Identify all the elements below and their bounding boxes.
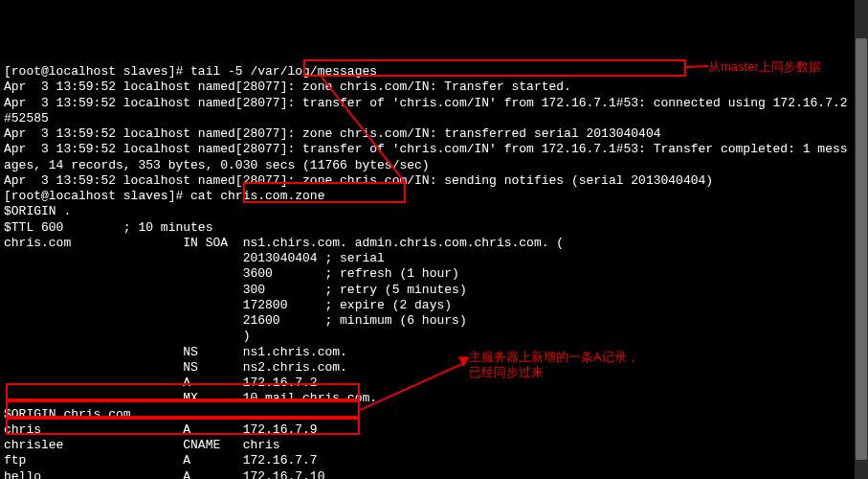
terminal-line: 172800 ; expire (2 days)	[4, 298, 864, 313]
terminal-line: ages, 14 records, 353 bytes, 0.030 secs …	[4, 158, 864, 173]
terminal-line: )	[4, 329, 864, 344]
terminal-line: Apr 3 13:59:52 localhost named[28077]: z…	[4, 126, 864, 142]
terminal-line: $ORIGIN chris.com.	[4, 407, 864, 422]
terminal-line: hello A 172.16.7.10	[4, 469, 864, 480]
terminal-line: NS ns2.chris.com.	[4, 360, 864, 376]
terminal-output: [root@localhost slaves]# tail -5 /var/lo…	[4, 64, 864, 479]
terminal-line: MX 10 mail.chris.com.	[4, 391, 864, 406]
terminal-line: Apr 3 13:59:52 localhost named[28077]: z…	[4, 173, 864, 189]
terminal-line: $ORIGIN .	[4, 204, 864, 219]
terminal-line: chris.com IN SOA ns1.chirs.com. admin.ch…	[4, 236, 864, 251]
terminal-line: [root@localhost slaves]# cat chris.com.z…	[4, 189, 864, 204]
terminal-line: 300 ; retry (5 minutes)	[4, 283, 864, 298]
terminal-line: A 172.16.7.2	[4, 376, 864, 391]
terminal-line: Apr 3 13:59:52 localhost named[28077]: z…	[4, 80, 864, 95]
terminal-line: $TTL 600 ; 10 minutes	[4, 220, 864, 236]
terminal-line: 2013040404 ; serial	[4, 251, 864, 266]
terminal-line: NS ns1.chris.com.	[4, 345, 864, 360]
terminal-line: 3600 ; refresh (1 hour)	[4, 266, 864, 282]
terminal-line: chrislee CNAME chris	[4, 438, 864, 453]
terminal-line: 21600 ; minimum (6 hours)	[4, 313, 864, 329]
scrollbar-thumb[interactable]	[856, 38, 867, 460]
terminal-line: Apr 3 13:59:52 localhost named[28077]: t…	[4, 96, 864, 111]
terminal-line: #52585	[4, 111, 864, 126]
terminal-line: Apr 3 13:59:52 localhost named[28077]: t…	[4, 142, 864, 157]
terminal-line: ftp A 172.16.7.7	[4, 453, 864, 468]
terminal-line: [root@localhost slaves]# tail -5 /var/lo…	[4, 64, 864, 80]
terminal-line: chris A 172.16.7.9	[4, 422, 864, 438]
scrollbar-track[interactable]	[855, 0, 868, 479]
